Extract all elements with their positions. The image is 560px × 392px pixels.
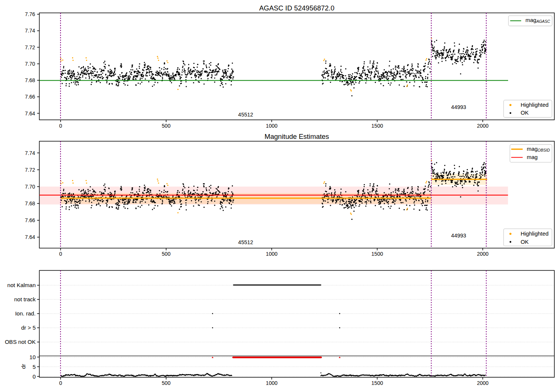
svg-text:7.68: 7.68 <box>25 77 35 83</box>
svg-text:7.74: 7.74 <box>25 28 35 34</box>
svg-text:0: 0 <box>32 373 35 380</box>
svg-text:OK: OK <box>520 109 529 116</box>
svg-text:500: 500 <box>162 380 171 386</box>
svg-text:0: 0 <box>59 123 62 129</box>
svg-text:mag: mag <box>527 154 538 160</box>
svg-text:10: 10 <box>29 354 36 360</box>
svg-text:not track: not track <box>14 296 36 302</box>
svg-text:2000: 2000 <box>477 123 489 129</box>
svg-text:1500: 1500 <box>371 123 383 129</box>
svg-text:7.76: 7.76 <box>25 11 35 17</box>
svg-text:AGASC ID 524956872.0: AGASC ID 524956872.0 <box>259 4 335 12</box>
svg-text:dr: dr <box>20 364 27 369</box>
svg-text:0: 0 <box>59 251 62 257</box>
svg-text:Ion. rad.: Ion. rad. <box>15 310 35 317</box>
svg-text:OK: OK <box>520 239 529 245</box>
svg-text:7.72: 7.72 <box>25 44 35 50</box>
svg-text:1000: 1000 <box>266 251 277 257</box>
svg-text:1500: 1500 <box>371 251 383 257</box>
svg-text:1000: 1000 <box>266 380 277 386</box>
svg-text:7.70: 7.70 <box>25 61 35 67</box>
svg-text:Highlighted: Highlighted <box>520 102 548 108</box>
svg-text:1000: 1000 <box>266 123 277 129</box>
svg-text:7.70: 7.70 <box>25 184 35 190</box>
svg-text:5: 5 <box>32 364 35 370</box>
svg-text:44993: 44993 <box>451 104 466 110</box>
svg-text:dr > 5: dr > 5 <box>21 324 36 331</box>
svg-text:44993: 44993 <box>451 233 466 239</box>
svg-text:7.72: 7.72 <box>25 167 35 173</box>
svg-text:2000: 2000 <box>477 380 489 386</box>
svg-text:7.64: 7.64 <box>25 234 35 240</box>
svg-text:1500: 1500 <box>371 380 383 386</box>
svg-text:OBS not OK: OBS not OK <box>5 339 36 345</box>
svg-text:7.66: 7.66 <box>25 94 35 100</box>
svg-text:7.66: 7.66 <box>25 217 35 223</box>
svg-text:Magnitude Estimates: Magnitude Estimates <box>265 133 329 140</box>
svg-text:45512: 45512 <box>238 112 253 118</box>
svg-text:2000: 2000 <box>477 251 489 257</box>
svg-text:7.74: 7.74 <box>25 150 35 156</box>
svg-text:500: 500 <box>162 123 171 129</box>
svg-text:500: 500 <box>162 251 171 257</box>
svg-text:Highlighted: Highlighted <box>520 230 548 237</box>
svg-text:7.68: 7.68 <box>25 200 35 206</box>
svg-text:7.64: 7.64 <box>25 111 35 116</box>
svg-text:45512: 45512 <box>238 239 253 245</box>
svg-text:not Kalman: not Kalman <box>7 282 36 288</box>
svg-text:0: 0 <box>59 380 62 386</box>
